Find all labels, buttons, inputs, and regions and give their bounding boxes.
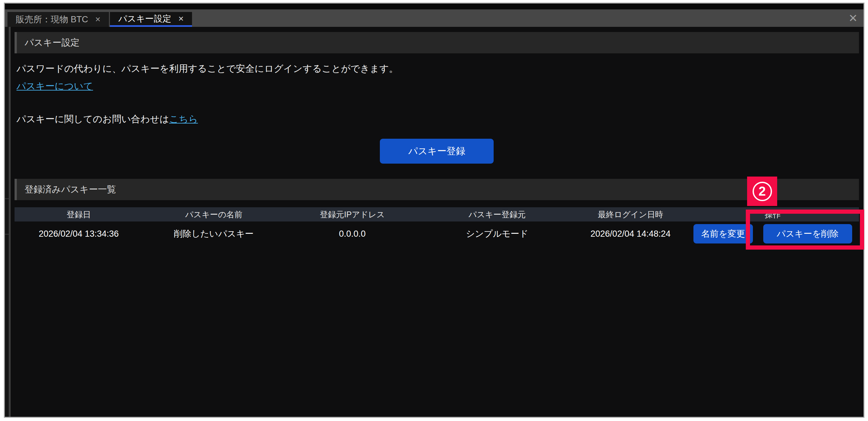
contact-line: パスキーに関してのお問い合わせはこちら: [17, 113, 859, 126]
tab-spot-btc[interactable]: 販売所：現物 BTC ×: [7, 12, 109, 27]
close-icon[interactable]: ×: [179, 13, 184, 24]
col-header-registered-date: 登録日: [14, 209, 143, 220]
left-rail: [5, 27, 11, 418]
window-close-icon[interactable]: ✕: [848, 11, 858, 26]
cell-last-login: 2026/02/04 14:48:24: [575, 229, 687, 239]
tab-passkey-settings[interactable]: パスキー設定 ×: [110, 12, 192, 27]
delete-passkey-button[interactable]: パスキーを削除: [763, 224, 852, 243]
col-header-source-ip: 登録元IPアドレス: [285, 209, 420, 220]
rename-passkey-button[interactable]: 名前を変更: [693, 224, 753, 243]
registered-list-title: 登録済みパスキー一覧: [14, 179, 859, 200]
rail-divider: [5, 234, 9, 235]
tab-bar: 販売所：現物 BTC × パスキー設定 × ✕: [5, 9, 864, 27]
cell-passkey-name: 削除したいパスキー: [143, 228, 285, 240]
window-title-strip: [5, 4, 864, 9]
close-icon[interactable]: ×: [95, 14, 100, 25]
cell-source-ip: 0.0.0.0: [285, 229, 420, 239]
col-header-actions: 操作: [687, 209, 859, 220]
app-window: 販売所：現物 BTC × パスキー設定 × ✕ パスキー設定 パスワードの代わり…: [4, 3, 864, 418]
col-header-last-login: 最終ログイン日時: [575, 209, 687, 220]
cell-actions: 名前を変更 パスキーを削除: [687, 224, 859, 243]
passkey-table-row: 2026/02/04 13:34:36 削除したいパスキー 0.0.0.0 シン…: [14, 221, 859, 246]
passkey-settings-panel: パスキー設定 パスワードの代わりに、パスキーを利用することで安全にログインするこ…: [11, 27, 864, 418]
passkey-description: パスワードの代わりに、パスキーを利用することで安全にログインすることができます。: [17, 62, 859, 76]
step-2-badge: 2: [747, 177, 777, 206]
cell-register-origin: シンプルモード: [420, 228, 575, 240]
about-passkey-link[interactable]: パスキーについて: [17, 80, 93, 93]
cell-registered-date: 2026/02/04 13:34:36: [14, 229, 143, 239]
passkey-table-header: 登録日 パスキーの名前 登録元IPアドレス パスキー登録元 最終ログイン日時 操…: [14, 207, 859, 221]
col-header-passkey-name: パスキーの名前: [143, 209, 285, 220]
rail-divider: [5, 198, 9, 199]
contact-text: パスキーに関してのお問い合わせは: [17, 114, 169, 124]
col-header-register-origin: パスキー登録元: [420, 209, 575, 220]
page-title: パスキー設定: [14, 32, 859, 53]
tab-label: 販売所：現物 BTC: [16, 13, 88, 25]
step-number: 2: [752, 182, 772, 201]
tab-label: パスキー設定: [118, 13, 171, 25]
register-passkey-button[interactable]: パスキー登録: [380, 139, 494, 163]
contact-link[interactable]: こちら: [169, 114, 198, 124]
